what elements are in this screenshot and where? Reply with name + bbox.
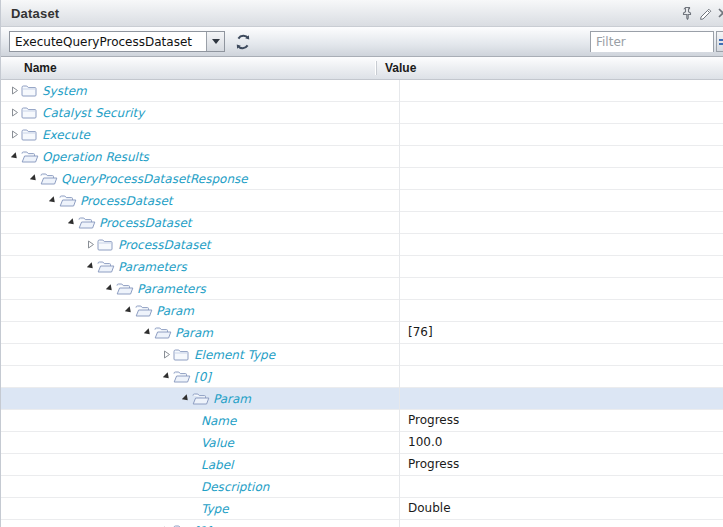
collapse-arrow-icon[interactable]: [104, 283, 116, 295]
tree-row-label: Param: [156, 304, 194, 318]
tree-row[interactable]: Operation Results: [1, 146, 723, 168]
dataset-dropdown-value: ExecuteQueryProcessDataset: [10, 32, 206, 51]
tree-row-label: Description: [201, 480, 269, 494]
filter-options-button[interactable]: [716, 31, 723, 52]
refresh-icon: [235, 34, 251, 50]
tree-row-value: [399, 344, 723, 366]
collapse-arrow-icon[interactable]: [47, 195, 59, 207]
tree-row-label: [0]: [194, 370, 211, 384]
tree-row[interactable]: Parameters: [1, 278, 723, 300]
dataset-dropdown[interactable]: ExecuteQueryProcessDataset: [9, 31, 225, 52]
collapse-arrow-icon[interactable]: [9, 151, 21, 163]
collapse-arrow-icon[interactable]: [142, 327, 154, 339]
tree-row-value: [76]: [399, 322, 723, 344]
expand-arrow-icon[interactable]: [9, 107, 21, 119]
tree-row[interactable]: [1]: [1, 520, 723, 527]
tree-row[interactable]: Param[76]: [1, 322, 723, 344]
tree-row-label: ProcessDataset: [118, 238, 211, 252]
tree-row[interactable]: Param: [1, 388, 723, 410]
tree-row-label: Execute: [42, 128, 90, 142]
folder-closed-icon: [21, 128, 40, 142]
filter-field: [590, 31, 714, 52]
tree-row-label: Parameters: [137, 282, 206, 296]
tree-row-value: [399, 190, 723, 212]
tree-row-value: Progress: [399, 454, 723, 476]
collapse-arrow-icon[interactable]: [85, 261, 97, 273]
tree-row[interactable]: Element Type: [1, 344, 723, 366]
collapse-arrow-icon[interactable]: [123, 305, 135, 317]
tree-row-value: [399, 102, 723, 124]
tree-row[interactable]: Execute: [1, 124, 723, 146]
folder-open-icon: [154, 326, 173, 340]
column-header-value[interactable]: Value: [376, 61, 416, 75]
tree-row-value: [399, 124, 723, 146]
panel-title: Dataset: [1, 6, 59, 21]
folder-open-icon: [78, 216, 97, 230]
tree-row-label: Type: [201, 502, 229, 516]
tree-row-value: [399, 234, 723, 256]
tree-row-label: ProcessDataset: [99, 216, 192, 230]
tree-row-label: ProcessDataset: [80, 194, 173, 208]
tree-row[interactable]: Value100.0: [1, 432, 723, 454]
tree-row-value: [399, 300, 723, 322]
tree-row-label: Name: [201, 414, 236, 428]
filter-options-icon: [719, 39, 723, 41]
folder-open-icon: [192, 392, 211, 406]
folder-open-icon: [97, 260, 116, 274]
expand-arrow-icon[interactable]: [9, 129, 21, 141]
folder-open-icon: [59, 194, 78, 208]
tree-row-label: Operation Results: [42, 150, 149, 164]
expand-arrow-icon[interactable]: [9, 85, 21, 97]
tree-row-value: [399, 80, 723, 102]
tree-row[interactable]: ProcessDataset: [1, 234, 723, 256]
refresh-button[interactable]: [233, 32, 253, 52]
tree-row[interactable]: [0]: [1, 366, 723, 388]
tree-row[interactable]: NameProgress: [1, 410, 723, 432]
tree-row[interactable]: ProcessDataset: [1, 190, 723, 212]
dropdown-button[interactable]: [206, 32, 224, 51]
tree-row-label: System: [42, 84, 87, 98]
tree-row-value: [399, 278, 723, 300]
panel-titlebar: Dataset: [1, 0, 723, 27]
expand-arrow-icon[interactable]: [161, 349, 173, 361]
tree-row[interactable]: LabelProgress: [1, 454, 723, 476]
folder-closed-icon: [173, 348, 192, 362]
tree-row[interactable]: Param: [1, 300, 723, 322]
tree-row[interactable]: TypeDouble: [1, 498, 723, 520]
collapse-arrow-icon[interactable]: [28, 173, 40, 185]
tree-row[interactable]: Parameters: [1, 256, 723, 278]
filter-options-icon: [719, 43, 723, 45]
tree-row[interactable]: Description: [1, 476, 723, 498]
folder-closed-icon: [97, 238, 116, 252]
tree-row-label: Value: [201, 436, 234, 450]
tree-row[interactable]: System: [1, 80, 723, 102]
column-header-name[interactable]: Name: [1, 61, 376, 75]
close-icon[interactable]: [714, 4, 723, 22]
tree-row-value: Progress: [399, 410, 723, 432]
folder-open-icon: [21, 150, 40, 164]
expand-arrow-icon[interactable]: [85, 239, 97, 251]
chevron-down-icon: [212, 39, 220, 44]
tree-row[interactable]: ProcessDataset: [1, 212, 723, 234]
tree-row-label: Param: [213, 392, 251, 406]
collapse-arrow-icon[interactable]: [66, 217, 78, 229]
filter-input[interactable]: [591, 33, 713, 52]
tree-row-value: [399, 256, 723, 278]
tree-row[interactable]: Catalyst Security: [1, 102, 723, 124]
tree-row-label: Param: [175, 326, 213, 340]
tree-row-value: [399, 388, 723, 410]
folder-open-icon: [116, 282, 135, 296]
pencil-icon[interactable]: [696, 4, 714, 22]
collapse-arrow-icon[interactable]: [180, 393, 192, 405]
dataset-tree: SystemCatalyst SecurityExecuteOperation …: [1, 80, 723, 527]
tree-row-label: QueryProcessDatasetResponse: [61, 172, 248, 186]
tree-row-label: Parameters: [118, 260, 187, 274]
folder-closed-icon: [21, 84, 40, 98]
dataset-panel: { "window": { "title": "Dataset" }, "tit…: [0, 0, 723, 527]
collapse-arrow-icon[interactable]: [161, 371, 173, 383]
pin-icon[interactable]: [678, 4, 696, 22]
column-divider[interactable]: [399, 80, 400, 527]
tree-row[interactable]: QueryProcessDatasetResponse: [1, 168, 723, 190]
tree-row-value: Double: [399, 498, 723, 520]
tree-row-value: [399, 366, 723, 388]
